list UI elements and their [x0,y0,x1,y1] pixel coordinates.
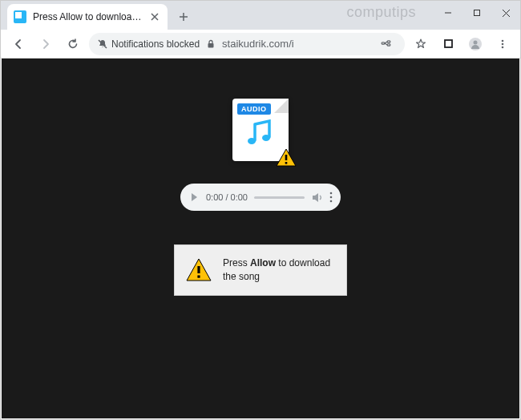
svg-point-8 [248,138,256,144]
volume-button[interactable] [311,192,323,204]
lock-icon[interactable] [206,39,216,49]
svg-rect-10 [285,155,288,160]
audio-badge: AUDIO [237,103,271,115]
watermark: computips [346,4,416,21]
audio-file-icon: AUDIO [232,99,289,161]
warning-triangle-icon [186,258,212,282]
svg-point-4 [474,40,478,44]
allow-prompt-box: Press Allow to download the song [174,244,347,296]
svg-rect-11 [285,162,288,164]
close-window-button[interactable] [491,1,520,25]
tab-title: Press Allow to download the son [33,11,145,22]
svg-point-13 [330,196,333,199]
page-content: AUDIO 0:00 / 0:00 [2,59,519,418]
svg-rect-2 [445,40,452,47]
svg-point-12 [330,192,333,195]
titlebar: Press Allow to download the son computip… [1,1,520,30]
new-tab-button[interactable] [172,6,195,28]
share-icon[interactable] [374,33,397,55]
toolbar-right [410,33,514,55]
url-text: staikudrik.com/i [222,38,368,50]
svg-point-9 [262,135,270,141]
bell-off-icon [97,38,108,50]
seek-slider[interactable] [254,196,305,199]
svg-rect-15 [197,266,200,273]
bookmark-icon[interactable] [410,33,432,55]
toolbar: Notifications blocked staikudrik.com/i [1,30,520,59]
allow-prompt-text: Press Allow to download the song [223,256,335,284]
profile-icon[interactable] [464,33,487,55]
player-time: 0:00 / 0:00 [206,192,248,202]
close-tab-button[interactable] [148,10,161,23]
svg-rect-16 [197,275,200,277]
svg-rect-0 [475,10,480,16]
extensions-icon[interactable] [437,33,459,55]
reload-button[interactable] [62,33,84,55]
notifications-blocked-chip[interactable]: Notifications blocked [97,38,200,50]
audio-player[interactable]: 0:00 / 0:00 [180,184,341,211]
play-button[interactable] [188,192,200,203]
favicon-icon [14,10,26,23]
window-controls [434,1,520,25]
address-bar[interactable]: Notifications blocked staikudrik.com/i [89,33,405,55]
maximize-button[interactable] [462,1,491,25]
svg-point-5 [502,39,504,42]
back-button[interactable] [7,33,30,55]
music-note-icon [245,119,276,148]
svg-rect-1 [208,43,214,48]
browser-tab[interactable]: Press Allow to download the son [7,4,168,30]
forward-button[interactable] [34,33,57,55]
minimize-button[interactable] [434,1,462,25]
svg-point-6 [502,42,504,45]
player-more-button[interactable] [329,192,333,203]
svg-point-14 [330,200,333,203]
warning-icon [276,148,297,168]
notifications-blocked-label: Notifications blocked [111,38,200,50]
menu-icon[interactable] [491,33,514,55]
svg-point-7 [502,46,504,48]
